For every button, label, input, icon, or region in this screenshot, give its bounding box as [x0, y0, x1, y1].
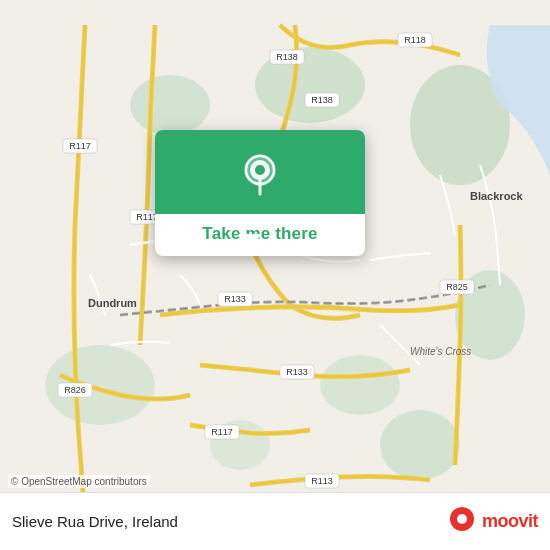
popup-tail: [238, 234, 262, 248]
map-container: R117 R117 R118 R138 R138 R133 R133 R825 …: [0, 0, 550, 550]
svg-point-39: [457, 514, 467, 524]
svg-text:R133: R133: [224, 294, 246, 304]
svg-point-36: [255, 165, 265, 175]
svg-text:R825: R825: [446, 282, 468, 292]
svg-text:White's Cross: White's Cross: [410, 346, 471, 357]
svg-text:R117: R117: [211, 427, 233, 437]
bottom-bar: Slieve Rua Drive, Ireland moovit: [0, 492, 550, 550]
moovit-brand-text: moovit: [482, 511, 538, 532]
svg-point-7: [380, 410, 460, 480]
location-pin-icon: [238, 152, 282, 196]
svg-text:R133: R133: [286, 367, 308, 377]
svg-text:R826: R826: [64, 385, 86, 395]
svg-point-5: [320, 355, 400, 415]
popup-header: [155, 130, 365, 214]
location-label: Slieve Rua Drive, Ireland: [12, 513, 446, 530]
svg-text:R117: R117: [69, 141, 91, 151]
svg-text:R113: R113: [311, 476, 333, 486]
svg-point-2: [130, 75, 210, 135]
svg-text:Blackrock: Blackrock: [470, 190, 523, 202]
svg-text:R118: R118: [404, 35, 426, 45]
moovit-logo: moovit: [446, 506, 538, 538]
osm-credit: © OpenStreetMap contributors: [8, 475, 150, 488]
svg-text:R138: R138: [276, 52, 298, 62]
moovit-icon: [446, 506, 478, 538]
svg-text:R138: R138: [311, 95, 333, 105]
svg-text:Dundrum: Dundrum: [88, 297, 137, 309]
map-svg: R117 R117 R118 R138 R138 R133 R133 R825 …: [0, 0, 550, 550]
